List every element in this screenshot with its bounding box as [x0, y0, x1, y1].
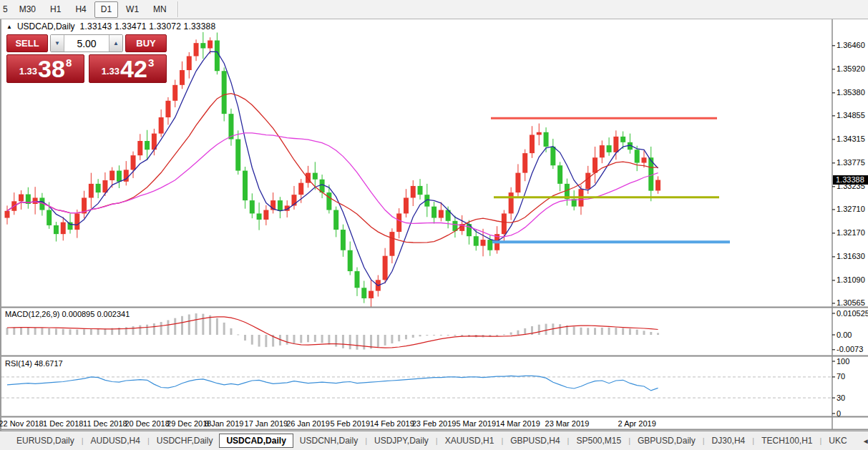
tab-divider: |	[147, 436, 150, 445]
buy-button[interactable]: BUY	[125, 34, 167, 52]
symbol-tab-eurusd[interactable]: EURUSD,Daily	[10, 434, 81, 448]
symbol-tab-usdcnh[interactable]: USDCNH,Daily	[293, 434, 364, 448]
symbol-tab-gbpusd[interactable]: GBPUSD,H4	[504, 434, 566, 448]
date-axis-label: 11 Dec 2018	[83, 419, 127, 428]
tab-scroll-controls: ◄►	[854, 437, 868, 445]
symbol-tab-audusd[interactable]: AUDUSD,H4	[84, 434, 147, 448]
date-axis-label: 22 Nov 2018	[0, 419, 44, 428]
macd-indicator-label: MACD(12,26,9) 0.000895 0.002341	[5, 310, 130, 318]
price-axis-label: 1.32710	[837, 205, 865, 213]
sell-price-prefix: 1.33	[19, 66, 37, 77]
timeframe-button-h1[interactable]: H1	[44, 1, 67, 18]
symbol-tab-gbpusd[interactable]: GBPUSD,Daily	[631, 434, 702, 448]
date-axis-label: 14 Mar 2019	[496, 419, 540, 428]
price-axis-label: 1.35380	[837, 88, 865, 97]
timeframe-button-m30[interactable]: M30	[13, 1, 42, 18]
rsi-axis-label: 70	[837, 372, 845, 381]
volume-value[interactable]: 5.00	[64, 35, 109, 52]
price-axis-label: 1.30565	[837, 298, 865, 307]
buy-price-button[interactable]: 1.33 42 3	[89, 54, 167, 83]
price-axis-label: 1.31090	[837, 275, 865, 284]
macd-axis-label: 0.00	[837, 331, 852, 339]
volume-stepper: ▼ 5.00 ▲	[50, 34, 123, 52]
date-axis-label: 17 Jan 2019	[245, 419, 288, 428]
symbol-tab-usdchf[interactable]: USDCHF,Daily	[150, 434, 220, 448]
collapse-panel-icon[interactable]: ▲	[6, 24, 12, 30]
timeframe-button-mn[interactable]: MN	[147, 1, 173, 18]
price-axis-label: 1.36460	[837, 41, 865, 49]
sell-price-sup: 8	[66, 57, 72, 69]
symbol-tab-sp500[interactable]: SP500,M15	[570, 434, 628, 448]
sell-price-button[interactable]: 1.33 38 8	[6, 54, 84, 83]
chart-window[interactable]: ▲ USDCAD,Daily 1.33143 1.33471 1.33072 1…	[0, 19, 868, 431]
tab-divider: |	[567, 436, 570, 445]
tab-divider: |	[82, 436, 84, 445]
date-axis-label: 8 Jan 2019	[205, 419, 243, 428]
timeframe-button-d1[interactable]: D1	[94, 1, 118, 18]
date-axis-label: 5 Feb 2019	[330, 419, 370, 428]
sell-button[interactable]: SELL	[6, 34, 48, 52]
date-axis-label: 23 Feb 2019	[412, 419, 457, 428]
symbol-tab-bar: EURUSD,Daily|AUDUSD,H4|USDCHF,DailyUSDCA…	[0, 431, 868, 450]
toolbar-separator	[177, 1, 179, 17]
timeframe-button-w1[interactable]: W1	[120, 1, 145, 18]
buy-price-prefix: 1.33	[102, 66, 120, 77]
rsi-axis-label: 0	[837, 409, 841, 418]
buy-price-big: 42	[120, 58, 147, 80]
macd-axis-label: 0.010525	[837, 309, 868, 318]
date-axis-label: 1 Dec 2018	[43, 419, 83, 428]
price-axis-label: 1.31630	[837, 252, 865, 260]
price-axis-label: 1.33775	[837, 158, 865, 167]
tab-divider: |	[628, 436, 630, 445]
symbol-tab-ukc[interactable]: UKC	[822, 434, 853, 448]
date-axis-label: 26 Jan 2019	[286, 419, 330, 428]
chart-title-row: ▲ USDCAD,Daily 1.33143 1.33471 1.33072 1…	[6, 21, 215, 31]
date-axis-label: 5 Mar 2019	[456, 419, 496, 428]
tab-divider: |	[365, 436, 367, 445]
volume-decrease-icon[interactable]: ▼	[51, 35, 64, 52]
date-axis-label: 20 Dec 2018	[125, 419, 169, 428]
current-price-marker: 1.33388	[833, 175, 868, 185]
buy-price-sup: 3	[148, 57, 154, 69]
rsi-layer	[1, 376, 832, 398]
symbol-tab-dj30[interactable]: DJ30,H4	[706, 434, 752, 448]
date-axis-label: 23 Mar 2019	[545, 419, 590, 428]
symbol-tab-tech100[interactable]: TECH100,H1	[755, 434, 819, 448]
one-click-trade-panel: SELL ▼ 5.00 ▲ BUY 1.33 38 8 1.33 42 3	[6, 34, 167, 83]
rsi-indicator-label: RSI(14) 48.6717	[5, 359, 63, 368]
tab-divider: |	[820, 436, 822, 445]
price-axis-label: 1.34315	[837, 134, 865, 143]
timeframe-button-h4[interactable]: H4	[69, 1, 92, 18]
price-axis-label: 1.34855	[837, 111, 865, 119]
price-axis-label: 1.35920	[837, 64, 865, 73]
timeframe-button-5[interactable]: 5	[1, 1, 11, 18]
rsi-axis-label: 30	[837, 393, 845, 402]
macd-axis-label: -0.0073	[837, 345, 863, 353]
symbol-tab-usdcad[interactable]: USDCAD,Daily	[219, 434, 293, 448]
tab-divider: |	[703, 436, 705, 445]
macd-layer	[6, 313, 660, 350]
tab-divider: |	[752, 436, 754, 445]
price-axis-label: 1.32170	[837, 228, 865, 237]
symbol-tab-xauusd[interactable]: XAUUSD,H1	[439, 434, 501, 448]
timeframe-toolbar: 5M30H1H4D1W1MN	[0, 0, 868, 19]
date-axis-label: 14 Feb 2019	[370, 419, 414, 428]
tab-divider: |	[501, 436, 503, 445]
chart-symbol-title: USDCAD,Daily	[17, 21, 75, 31]
rsi-axis-label: 100	[837, 357, 849, 366]
sell-price-big: 38	[38, 58, 65, 80]
rsi-line	[7, 376, 658, 391]
symbol-tab-usdjpy[interactable]: USDJPY,Daily	[368, 434, 435, 448]
tab-scroll-left-icon[interactable]: ◄	[862, 437, 868, 445]
ohlc-values: 1.33143 1.33471 1.33072 1.33388	[80, 21, 216, 31]
volume-increase-icon[interactable]: ▲	[109, 35, 122, 52]
tab-divider: |	[436, 436, 438, 445]
date-axis-label: 2 Apr 2019	[618, 419, 656, 428]
